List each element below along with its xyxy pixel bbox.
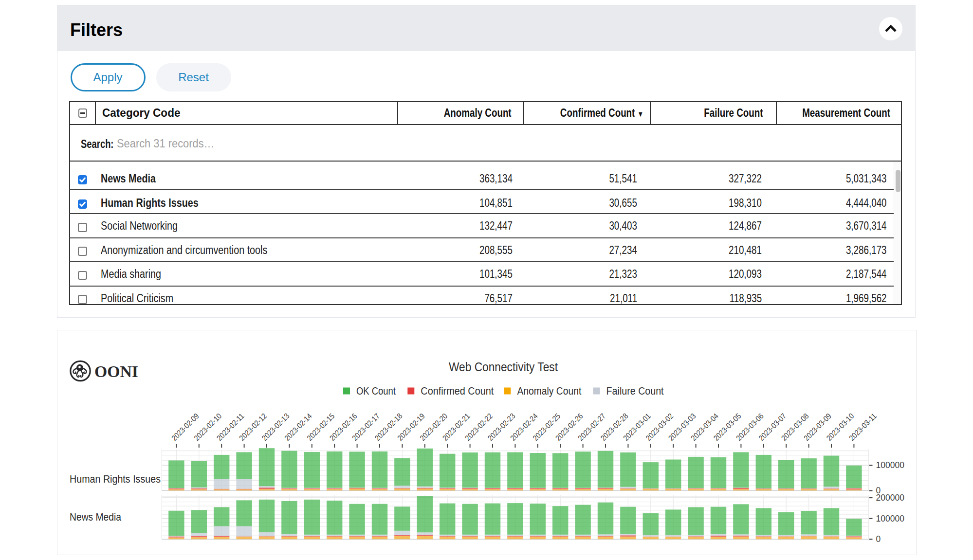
svg-text:Human Rights Issues: Human Rights Issues [70,473,161,485]
svg-text:Confirmed Count: Confirmed Count [421,385,494,397]
svg-text:Web Connectivity Test: Web Connectivity Test [449,360,558,374]
svg-text:Anomaly Count: Anomaly Count [517,385,581,397]
svg-text:200000: 200000 [876,493,905,503]
svg-text:100000: 100000 [876,514,905,524]
svg-text:Failure Count: Failure Count [606,385,664,397]
svg-text:OONI: OONI [94,362,138,380]
svg-text:OK Count: OK Count [356,385,396,397]
svg-text:News Media: News Media [70,511,121,523]
svg-text:100000: 100000 [876,460,905,470]
svg-text:0: 0 [876,534,881,544]
